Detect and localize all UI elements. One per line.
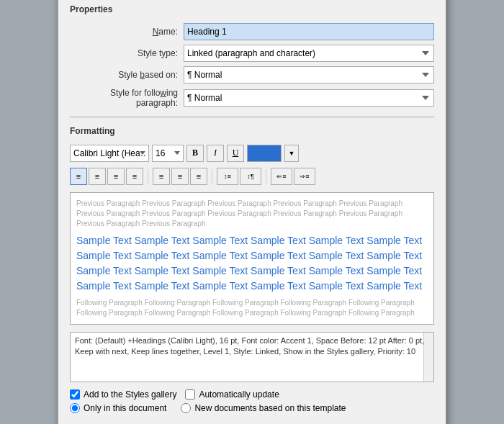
radio-row: Only in this document New documents base… [70, 403, 434, 413]
name-input[interactable] [184, 23, 434, 40]
align-left-button[interactable]: ≡ [70, 168, 87, 185]
description-wrapper: Font: (Default) +Headings (Calibri Light… [70, 332, 434, 382]
auto-update-label: Automatically update [199, 389, 279, 400]
properties-section: Properties Name: Style type: Linked (par… [70, 4, 434, 108]
divider-1 [70, 117, 434, 117]
preview-following-text: Following Paragraph Following Paragraph … [76, 298, 428, 318]
align-center-button[interactable]: ≡ [89, 168, 106, 185]
name-row: Name: [70, 23, 434, 40]
style-based-select[interactable]: ¶ Normal [184, 66, 434, 84]
description-scrollbar[interactable] [423, 333, 433, 382]
size-select[interactable]: 16 [152, 145, 184, 162]
format-toolbar: Calibri Light (Hea… 16 B I U ▼ [70, 145, 434, 162]
align-justify-button[interactable]: ≡ [126, 168, 143, 185]
add-gallery-label: Add to the Styles gallery [84, 389, 176, 400]
para-spacing-btn[interactable]: ↕¶ [240, 168, 261, 185]
align-center2-button[interactable]: ≡ [171, 168, 189, 185]
description-text: Font: (Default) +Headings (Calibri Light… [75, 336, 424, 356]
new-docs-label: New documents based on this template [194, 403, 346, 413]
style-type-row: Style type: Linked (paragraph and charac… [70, 45, 434, 62]
style-based-row: Style based on: ¶ Normal [70, 66, 434, 84]
formatting-label: Formatting [70, 126, 434, 136]
underline-button[interactable]: U [227, 145, 244, 162]
dialog-body: Properties Name: Style type: Linked (par… [58, 0, 446, 424]
italic-button[interactable]: I [207, 145, 224, 162]
align-right2-button[interactable]: ≡ [190, 168, 207, 185]
align-sep-3 [266, 169, 266, 184]
style-following-row: Style for following paragraph: ¶ Normal [70, 88, 434, 108]
auto-update-checkbox-item[interactable]: Automatically update [185, 389, 279, 400]
auto-update-checkbox[interactable] [185, 389, 195, 400]
style-based-label: Style based on: [70, 70, 178, 80]
only-document-radio[interactable] [70, 403, 80, 413]
new-docs-radio-item[interactable]: New documents based on this template [181, 403, 346, 413]
bold-button[interactable]: B [186, 145, 204, 162]
font-color-swatch[interactable] [247, 145, 282, 162]
align-right-button[interactable]: ≡ [107, 168, 125, 185]
align-sep-2 [212, 169, 212, 184]
name-label: Name: [70, 27, 178, 37]
font-select[interactable]: Calibri Light (Hea… [70, 145, 149, 162]
style-type-label: Style type: [70, 48, 178, 58]
font-color-dropdown[interactable]: ▼ [284, 145, 299, 162]
new-docs-radio[interactable] [181, 403, 191, 413]
align-toolbar: ≡ ≡ ≡ ≡ ≡ ≡ ≡ ↕≡ ↕¶ ⇐≡ ⇒≡ [70, 168, 434, 185]
add-gallery-checkbox[interactable] [70, 389, 80, 400]
preview-sample-text: Sample Text Sample Text Sample Text Samp… [76, 233, 428, 294]
align-left2-button[interactable]: ≡ [153, 168, 170, 185]
style-following-label: Style for following paragraph: [70, 88, 178, 108]
properties-label: Properties [70, 4, 434, 14]
description-box: Font: (Default) +Headings (Calibri Light… [70, 332, 434, 382]
decrease-indent-button[interactable]: ⇐≡ [271, 168, 292, 185]
modify-style-dialog: Modify Style ? ✕ Properties Name: Style … [58, 0, 446, 424]
bottom-row: Format ▼ OK Cancel [70, 420, 434, 425]
increase-indent-button[interactable]: ⇒≡ [294, 168, 315, 185]
only-document-label: Only in this document [84, 403, 166, 413]
style-type-select[interactable]: Linked (paragraph and character) [184, 45, 434, 62]
add-gallery-checkbox-item[interactable]: Add to the Styles gallery [70, 389, 176, 400]
options-section: Add to the Styles gallery Automatically … [70, 389, 434, 413]
align-sep-1 [148, 169, 148, 184]
checkbox-row: Add to the Styles gallery Automatically … [70, 389, 434, 400]
formatting-section: Formatting Calibri Light (Hea… 16 B I U … [70, 126, 434, 185]
only-document-radio-item[interactable]: Only in this document [70, 403, 166, 413]
style-following-select[interactable]: ¶ Normal [184, 89, 434, 107]
line-spacing-btn[interactable]: ↕≡ [217, 168, 238, 185]
preview-box: Previous Paragraph Previous Paragraph Pr… [70, 192, 434, 325]
preview-previous-text: Previous Paragraph Previous Paragraph Pr… [76, 199, 428, 229]
